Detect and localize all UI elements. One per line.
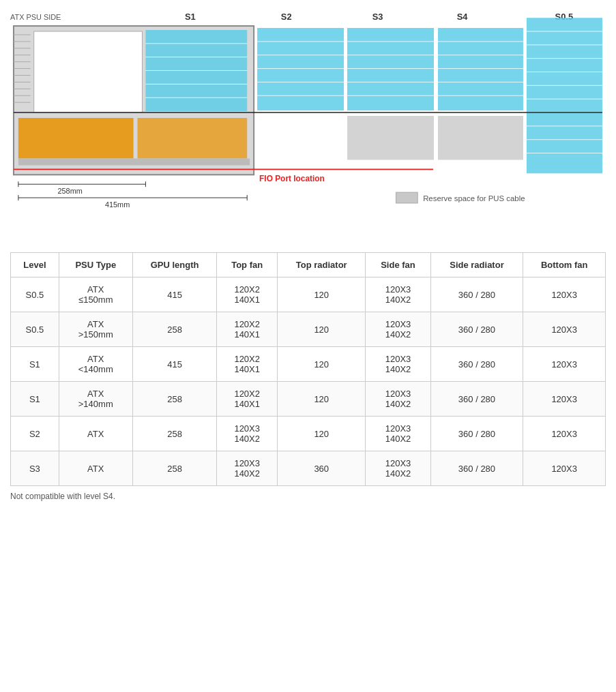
table-cell: 120X3: [523, 312, 606, 347]
diagram-section: ATX PSU SIDE S1 S2 S3 S4 S0.5: [10, 7, 606, 239]
table-cell: 120X3: [523, 382, 606, 417]
table-cell: 120X3 140X2: [366, 382, 430, 417]
table-note: Not compatible with level S4.: [10, 492, 606, 501]
table-cell: S1: [11, 347, 59, 382]
col-level: Level: [11, 253, 59, 277]
table-cell: 120X2 140X1: [217, 277, 278, 312]
table-cell: 120X3: [523, 277, 606, 312]
table-cell: 360 / 280: [430, 277, 523, 312]
table-section: Level PSU Type GPU length Top fan Top ra…: [10, 252, 606, 501]
label-s2: S2: [281, 12, 292, 22]
table-row: S3ATX258120X3 140X2360120X3 140X2360 / 2…: [11, 451, 606, 486]
label-s4: S4: [457, 12, 469, 22]
table-cell: 120X3: [523, 347, 606, 382]
table-cell: 120X3 140X2: [366, 417, 430, 451]
table-header-row: Level PSU Type GPU length Top fan Top ra…: [11, 253, 606, 277]
compatibility-table: Level PSU Type GPU length Top fan Top ra…: [10, 252, 606, 486]
diagram-svg: ATX PSU SIDE S1 S2 S3 S4 S0.5: [10, 7, 606, 225]
meas-415-label: 415mm: [105, 200, 130, 209]
table-row: S0.5ATX ≤150mm415120X2 140X1120120X3 140…: [11, 277, 606, 312]
col-gpu-length: GPU length: [132, 253, 217, 277]
table-cell: 415: [132, 347, 217, 382]
motherboard-area: [34, 31, 143, 112]
col-side-fan: Side fan: [366, 253, 430, 277]
table-cell: 120: [278, 312, 366, 347]
legend-box: [396, 192, 417, 203]
meas-258-label: 258mm: [57, 187, 82, 195]
s2-bottom-block: [347, 116, 434, 160]
table-row: S0.5ATX >150mm258120X2 140X1120120X3 140…: [11, 312, 606, 347]
table-cell: 120X2 140X1: [217, 382, 278, 417]
table-row: S2ATX258120X3 140X2120120X3 140X2360 / 2…: [11, 417, 606, 451]
table-cell: 120X3 140X2: [366, 277, 430, 312]
psu-right: [138, 118, 248, 159]
table-cell: S1: [11, 382, 59, 417]
label-s3: S3: [372, 12, 383, 22]
table-cell: 120: [278, 277, 366, 312]
table-cell: 258: [132, 382, 217, 417]
s05-block: [527, 18, 602, 173]
table-cell: 120: [278, 382, 366, 417]
table-cell: 120X3: [523, 417, 606, 451]
s2-top-block: [347, 28, 434, 110]
table-cell: 120X3 140X2: [217, 451, 278, 486]
table-cell: 258: [132, 451, 217, 486]
table-cell: 415: [132, 277, 217, 312]
table-cell: 120X3 140X2: [366, 312, 430, 347]
table-row: S1ATX <140mm415120X2 140X1120120X3 140X2…: [11, 347, 606, 382]
table-cell: 120X3: [523, 451, 606, 486]
table-cell: 360: [278, 451, 366, 486]
col-bottom-fan: Bottom fan: [523, 253, 606, 277]
table-cell: 120X3 140X2: [217, 417, 278, 451]
table-cell: 258: [132, 312, 217, 347]
table-cell: S3: [11, 451, 59, 486]
s3-top-block: [438, 28, 523, 110]
s3-bottom-block: [438, 116, 523, 160]
table-cell: 120: [278, 347, 366, 382]
fio-label: FIO Port location: [259, 174, 325, 183]
atx-bottom-strip: [18, 158, 250, 165]
table-cell: ATX: [59, 451, 132, 486]
table-cell: ATX: [59, 417, 132, 451]
label-s1: S1: [185, 12, 196, 22]
col-side-radiator: Side radiator: [430, 253, 523, 277]
table-cell: S2: [11, 417, 59, 451]
table-cell: S0.5: [11, 312, 59, 347]
table-cell: 360 / 280: [430, 417, 523, 451]
s1-block: [257, 28, 344, 110]
table-cell: S0.5: [11, 277, 59, 312]
table-cell: ATX ≤150mm: [59, 277, 132, 312]
table-cell: 120X2 140X1: [217, 312, 278, 347]
table-cell: 360 / 280: [430, 312, 523, 347]
table-cell: 360 / 280: [430, 451, 523, 486]
label-atx: ATX PSU SIDE: [10, 13, 61, 21]
col-top-fan: Top fan: [217, 253, 278, 277]
table-cell: 120: [278, 417, 366, 451]
table-cell: 258: [132, 417, 217, 451]
table-row: S1ATX >140mm258120X2 140X1120120X3 140X2…: [11, 382, 606, 417]
col-psu-type: PSU Type: [59, 253, 132, 277]
table-cell: ATX >150mm: [59, 312, 132, 347]
table-cell: ATX >140mm: [59, 382, 132, 417]
table-cell: 360 / 280: [430, 347, 523, 382]
legend-label: Reserve space for PUS cable: [423, 194, 525, 202]
table-cell: 120X2 140X1: [217, 347, 278, 382]
table-cell: 120X3 140X2: [366, 347, 430, 382]
psu-left: [18, 118, 134, 159]
table-cell: 120X3 140X2: [366, 451, 430, 486]
table-cell: ATX <140mm: [59, 347, 132, 382]
table-cell: 360 / 280: [430, 382, 523, 417]
col-top-radiator: Top radiator: [278, 253, 366, 277]
